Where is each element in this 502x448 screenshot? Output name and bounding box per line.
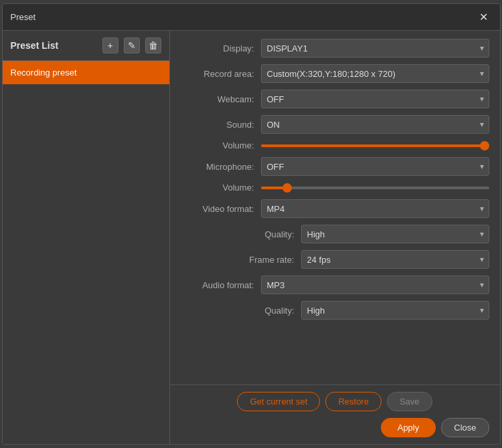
display-label: Display: bbox=[181, 43, 261, 53]
audio-format-select-wrapper: MP3 AAC WAV bbox=[261, 275, 489, 294]
microphone-select-wrapper: OFF ON bbox=[261, 157, 489, 176]
video-quality-row: Quality: High Medium Low bbox=[181, 225, 489, 243]
microphone-label: Microphone: bbox=[181, 162, 261, 172]
title-close-button[interactable]: ✕ bbox=[475, 9, 492, 25]
video-format-select-wrapper: MP4 AVI MKV bbox=[261, 199, 489, 218]
title-bar: Preset ✕ bbox=[3, 4, 500, 31]
video-quality-select[interactable]: High Medium Low bbox=[301, 225, 489, 243]
main-panel: Display: DISPLAY1 DISPLAY2 Record area: … bbox=[170, 31, 500, 384]
delete-preset-button[interactable]: 🗑 bbox=[145, 37, 161, 53]
mic-volume-row: Volume: bbox=[181, 183, 489, 193]
frame-rate-row: Frame rate: 24 fps 30 fps 60 fps bbox=[181, 250, 489, 269]
record-area-select-wrapper: Custom(X:320,Y:180;1280 x 720) Full Scre… bbox=[261, 64, 489, 83]
video-format-label: Video format: bbox=[181, 204, 261, 214]
display-row: Display: DISPLAY1 DISPLAY2 bbox=[181, 39, 489, 58]
sound-label: Sound: bbox=[181, 120, 261, 130]
webcam-select[interactable]: OFF ON bbox=[261, 90, 489, 108]
add-preset-button[interactable]: + bbox=[102, 37, 118, 53]
bottom-area: Get current set Restore Save Apply Close bbox=[170, 384, 500, 444]
display-select[interactable]: DISPLAY1 DISPLAY2 bbox=[261, 39, 489, 58]
frame-rate-select-wrapper: 24 fps 30 fps 60 fps bbox=[301, 250, 489, 269]
frame-rate-select[interactable]: 24 fps 30 fps 60 fps bbox=[301, 250, 489, 269]
apply-button[interactable]: Apply bbox=[381, 418, 436, 437]
sound-select[interactable]: ON OFF bbox=[261, 115, 489, 134]
preset-dialog: Preset ✕ Preset List + ✎ 🗑 Recording pre… bbox=[2, 3, 501, 445]
mic-volume-label: Volume: bbox=[181, 183, 261, 193]
get-current-set-button[interactable]: Get current set bbox=[237, 392, 320, 411]
video-quality-select-wrapper: High Medium Low bbox=[301, 225, 489, 243]
content-area: Preset List + ✎ 🗑 Recording preset Displ… bbox=[3, 31, 500, 444]
dialog-title: Preset bbox=[11, 12, 36, 22]
microphone-row: Microphone: OFF ON bbox=[181, 157, 489, 176]
final-buttons-row: Apply Close bbox=[181, 418, 489, 437]
audio-quality-select[interactable]: High Medium Low bbox=[301, 301, 489, 320]
display-select-wrapper: DISPLAY1 DISPLAY2 bbox=[261, 39, 489, 58]
sound-row: Sound: ON OFF bbox=[181, 115, 489, 134]
audio-format-select[interactable]: MP3 AAC WAV bbox=[261, 275, 489, 294]
sound-select-wrapper: ON OFF bbox=[261, 115, 489, 134]
webcam-select-wrapper: OFF ON bbox=[261, 90, 489, 108]
video-format-row: Video format: MP4 AVI MKV bbox=[181, 199, 489, 218]
sidebar-header: Preset List + ✎ 🗑 bbox=[3, 31, 169, 61]
video-format-select[interactable]: MP4 AVI MKV bbox=[261, 199, 489, 218]
sidebar-title: Preset List bbox=[11, 40, 97, 51]
close-button[interactable]: Close bbox=[441, 418, 489, 437]
preset-item[interactable]: Recording preset bbox=[3, 61, 169, 84]
volume-label: Volume: bbox=[181, 140, 261, 150]
edit-preset-button[interactable]: ✎ bbox=[124, 37, 140, 53]
audio-quality-select-wrapper: High Medium Low bbox=[301, 301, 489, 320]
record-area-select[interactable]: Custom(X:320,Y:180;1280 x 720) Full Scre… bbox=[261, 64, 489, 83]
sidebar: Preset List + ✎ 🗑 Recording preset bbox=[3, 31, 170, 444]
action-buttons-row: Get current set Restore Save bbox=[181, 392, 489, 411]
save-button: Save bbox=[387, 392, 432, 411]
record-area-row: Record area: Custom(X:320,Y:180;1280 x 7… bbox=[181, 64, 489, 83]
record-area-label: Record area: bbox=[181, 69, 261, 79]
restore-button[interactable]: Restore bbox=[325, 392, 382, 411]
audio-quality-row: Quality: High Medium Low bbox=[181, 301, 489, 320]
volume-slider[interactable] bbox=[261, 144, 489, 147]
microphone-select[interactable]: OFF ON bbox=[261, 157, 489, 176]
mic-volume-slider[interactable] bbox=[261, 187, 489, 189]
video-quality-label: Quality: bbox=[181, 229, 301, 239]
volume-row: Volume: bbox=[181, 140, 489, 150]
frame-rate-label: Frame rate: bbox=[181, 255, 301, 265]
audio-quality-label: Quality: bbox=[181, 306, 301, 316]
audio-format-row: Audio format: MP3 AAC WAV bbox=[181, 275, 489, 294]
webcam-label: Webcam: bbox=[181, 94, 261, 104]
audio-format-label: Audio format: bbox=[181, 280, 261, 290]
webcam-row: Webcam: OFF ON bbox=[181, 90, 489, 108]
